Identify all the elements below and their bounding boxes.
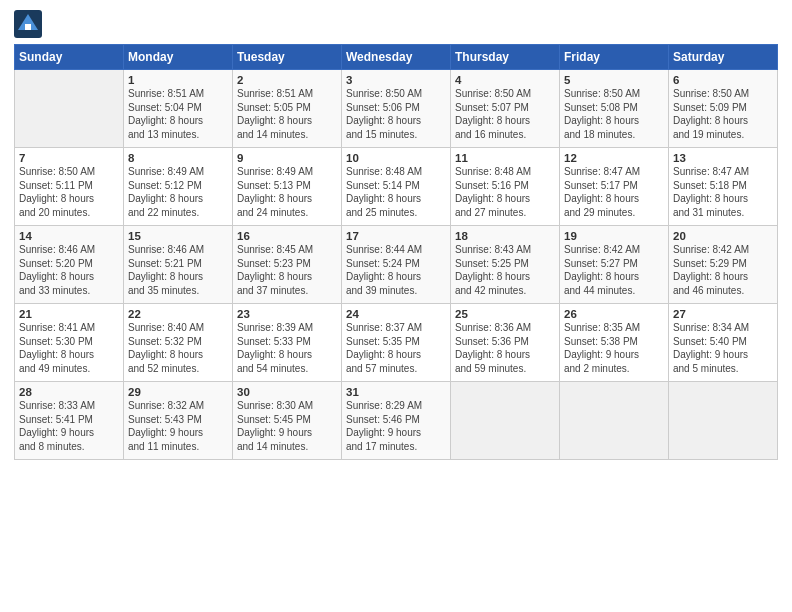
calendar-cell: 16Sunrise: 8:45 AM Sunset: 5:23 PM Dayli… bbox=[233, 226, 342, 304]
calendar-table: SundayMondayTuesdayWednesdayThursdayFrid… bbox=[14, 44, 778, 460]
calendar-cell: 26Sunrise: 8:35 AM Sunset: 5:38 PM Dayli… bbox=[560, 304, 669, 382]
calendar-cell: 28Sunrise: 8:33 AM Sunset: 5:41 PM Dayli… bbox=[15, 382, 124, 460]
day-number: 24 bbox=[346, 308, 446, 320]
calendar-cell: 17Sunrise: 8:44 AM Sunset: 5:24 PM Dayli… bbox=[342, 226, 451, 304]
day-content: Sunrise: 8:49 AM Sunset: 5:12 PM Dayligh… bbox=[128, 165, 228, 219]
day-number: 20 bbox=[673, 230, 773, 242]
calendar-cell: 8Sunrise: 8:49 AM Sunset: 5:12 PM Daylig… bbox=[124, 148, 233, 226]
calendar-cell bbox=[669, 382, 778, 460]
day-number: 18 bbox=[455, 230, 555, 242]
day-number: 7 bbox=[19, 152, 119, 164]
day-content: Sunrise: 8:37 AM Sunset: 5:35 PM Dayligh… bbox=[346, 321, 446, 375]
day-content: Sunrise: 8:51 AM Sunset: 5:04 PM Dayligh… bbox=[128, 87, 228, 141]
day-content: Sunrise: 8:50 AM Sunset: 5:08 PM Dayligh… bbox=[564, 87, 664, 141]
day-number: 5 bbox=[564, 74, 664, 86]
day-header-wednesday: Wednesday bbox=[342, 45, 451, 70]
day-number: 1 bbox=[128, 74, 228, 86]
day-content: Sunrise: 8:33 AM Sunset: 5:41 PM Dayligh… bbox=[19, 399, 119, 453]
logo-icon bbox=[14, 10, 42, 38]
calendar-cell bbox=[15, 70, 124, 148]
calendar-cell: 18Sunrise: 8:43 AM Sunset: 5:25 PM Dayli… bbox=[451, 226, 560, 304]
day-number: 12 bbox=[564, 152, 664, 164]
day-content: Sunrise: 8:45 AM Sunset: 5:23 PM Dayligh… bbox=[237, 243, 337, 297]
day-content: Sunrise: 8:44 AM Sunset: 5:24 PM Dayligh… bbox=[346, 243, 446, 297]
day-number: 26 bbox=[564, 308, 664, 320]
week-row-4: 21Sunrise: 8:41 AM Sunset: 5:30 PM Dayli… bbox=[15, 304, 778, 382]
calendar-cell: 27Sunrise: 8:34 AM Sunset: 5:40 PM Dayli… bbox=[669, 304, 778, 382]
day-content: Sunrise: 8:30 AM Sunset: 5:45 PM Dayligh… bbox=[237, 399, 337, 453]
calendar-container: SundayMondayTuesdayWednesdayThursdayFrid… bbox=[0, 0, 792, 470]
day-header-thursday: Thursday bbox=[451, 45, 560, 70]
day-content: Sunrise: 8:47 AM Sunset: 5:17 PM Dayligh… bbox=[564, 165, 664, 219]
day-content: Sunrise: 8:36 AM Sunset: 5:36 PM Dayligh… bbox=[455, 321, 555, 375]
day-content: Sunrise: 8:41 AM Sunset: 5:30 PM Dayligh… bbox=[19, 321, 119, 375]
calendar-cell: 25Sunrise: 8:36 AM Sunset: 5:36 PM Dayli… bbox=[451, 304, 560, 382]
calendar-cell: 29Sunrise: 8:32 AM Sunset: 5:43 PM Dayli… bbox=[124, 382, 233, 460]
calendar-cell: 19Sunrise: 8:42 AM Sunset: 5:27 PM Dayli… bbox=[560, 226, 669, 304]
day-content: Sunrise: 8:40 AM Sunset: 5:32 PM Dayligh… bbox=[128, 321, 228, 375]
calendar-cell: 12Sunrise: 8:47 AM Sunset: 5:17 PM Dayli… bbox=[560, 148, 669, 226]
day-content: Sunrise: 8:48 AM Sunset: 5:14 PM Dayligh… bbox=[346, 165, 446, 219]
week-row-2: 7Sunrise: 8:50 AM Sunset: 5:11 PM Daylig… bbox=[15, 148, 778, 226]
day-number: 17 bbox=[346, 230, 446, 242]
day-number: 11 bbox=[455, 152, 555, 164]
day-content: Sunrise: 8:47 AM Sunset: 5:18 PM Dayligh… bbox=[673, 165, 773, 219]
calendar-cell: 10Sunrise: 8:48 AM Sunset: 5:14 PM Dayli… bbox=[342, 148, 451, 226]
day-content: Sunrise: 8:50 AM Sunset: 5:11 PM Dayligh… bbox=[19, 165, 119, 219]
day-content: Sunrise: 8:46 AM Sunset: 5:20 PM Dayligh… bbox=[19, 243, 119, 297]
day-content: Sunrise: 8:49 AM Sunset: 5:13 PM Dayligh… bbox=[237, 165, 337, 219]
day-content: Sunrise: 8:43 AM Sunset: 5:25 PM Dayligh… bbox=[455, 243, 555, 297]
week-row-5: 28Sunrise: 8:33 AM Sunset: 5:41 PM Dayli… bbox=[15, 382, 778, 460]
calendar-cell: 5Sunrise: 8:50 AM Sunset: 5:08 PM Daylig… bbox=[560, 70, 669, 148]
calendar-cell: 3Sunrise: 8:50 AM Sunset: 5:06 PM Daylig… bbox=[342, 70, 451, 148]
calendar-cell bbox=[451, 382, 560, 460]
day-content: Sunrise: 8:42 AM Sunset: 5:27 PM Dayligh… bbox=[564, 243, 664, 297]
day-number: 2 bbox=[237, 74, 337, 86]
day-number: 30 bbox=[237, 386, 337, 398]
week-row-3: 14Sunrise: 8:46 AM Sunset: 5:20 PM Dayli… bbox=[15, 226, 778, 304]
calendar-cell: 20Sunrise: 8:42 AM Sunset: 5:29 PM Dayli… bbox=[669, 226, 778, 304]
day-number: 28 bbox=[19, 386, 119, 398]
day-number: 15 bbox=[128, 230, 228, 242]
calendar-cell: 22Sunrise: 8:40 AM Sunset: 5:32 PM Dayli… bbox=[124, 304, 233, 382]
day-content: Sunrise: 8:42 AM Sunset: 5:29 PM Dayligh… bbox=[673, 243, 773, 297]
day-content: Sunrise: 8:32 AM Sunset: 5:43 PM Dayligh… bbox=[128, 399, 228, 453]
calendar-cell: 2Sunrise: 8:51 AM Sunset: 5:05 PM Daylig… bbox=[233, 70, 342, 148]
calendar-cell: 4Sunrise: 8:50 AM Sunset: 5:07 PM Daylig… bbox=[451, 70, 560, 148]
day-number: 22 bbox=[128, 308, 228, 320]
day-number: 29 bbox=[128, 386, 228, 398]
svg-rect-2 bbox=[25, 24, 31, 30]
day-header-friday: Friday bbox=[560, 45, 669, 70]
day-number: 3 bbox=[346, 74, 446, 86]
calendar-cell: 21Sunrise: 8:41 AM Sunset: 5:30 PM Dayli… bbox=[15, 304, 124, 382]
day-header-saturday: Saturday bbox=[669, 45, 778, 70]
logo bbox=[14, 10, 44, 38]
calendar-cell: 6Sunrise: 8:50 AM Sunset: 5:09 PM Daylig… bbox=[669, 70, 778, 148]
day-number: 10 bbox=[346, 152, 446, 164]
header-row-days: SundayMondayTuesdayWednesdayThursdayFrid… bbox=[15, 45, 778, 70]
day-content: Sunrise: 8:46 AM Sunset: 5:21 PM Dayligh… bbox=[128, 243, 228, 297]
day-number: 14 bbox=[19, 230, 119, 242]
week-row-1: 1Sunrise: 8:51 AM Sunset: 5:04 PM Daylig… bbox=[15, 70, 778, 148]
day-number: 9 bbox=[237, 152, 337, 164]
day-number: 23 bbox=[237, 308, 337, 320]
header-row bbox=[14, 10, 778, 38]
day-content: Sunrise: 8:50 AM Sunset: 5:07 PM Dayligh… bbox=[455, 87, 555, 141]
day-number: 21 bbox=[19, 308, 119, 320]
calendar-cell: 31Sunrise: 8:29 AM Sunset: 5:46 PM Dayli… bbox=[342, 382, 451, 460]
calendar-cell: 1Sunrise: 8:51 AM Sunset: 5:04 PM Daylig… bbox=[124, 70, 233, 148]
calendar-cell: 7Sunrise: 8:50 AM Sunset: 5:11 PM Daylig… bbox=[15, 148, 124, 226]
calendar-cell: 11Sunrise: 8:48 AM Sunset: 5:16 PM Dayli… bbox=[451, 148, 560, 226]
day-number: 8 bbox=[128, 152, 228, 164]
calendar-cell: 9Sunrise: 8:49 AM Sunset: 5:13 PM Daylig… bbox=[233, 148, 342, 226]
day-header-tuesday: Tuesday bbox=[233, 45, 342, 70]
day-number: 16 bbox=[237, 230, 337, 242]
calendar-cell: 23Sunrise: 8:39 AM Sunset: 5:33 PM Dayli… bbox=[233, 304, 342, 382]
day-number: 4 bbox=[455, 74, 555, 86]
day-header-sunday: Sunday bbox=[15, 45, 124, 70]
day-content: Sunrise: 8:39 AM Sunset: 5:33 PM Dayligh… bbox=[237, 321, 337, 375]
calendar-cell: 15Sunrise: 8:46 AM Sunset: 5:21 PM Dayli… bbox=[124, 226, 233, 304]
calendar-cell: 30Sunrise: 8:30 AM Sunset: 5:45 PM Dayli… bbox=[233, 382, 342, 460]
calendar-cell: 13Sunrise: 8:47 AM Sunset: 5:18 PM Dayli… bbox=[669, 148, 778, 226]
day-content: Sunrise: 8:35 AM Sunset: 5:38 PM Dayligh… bbox=[564, 321, 664, 375]
